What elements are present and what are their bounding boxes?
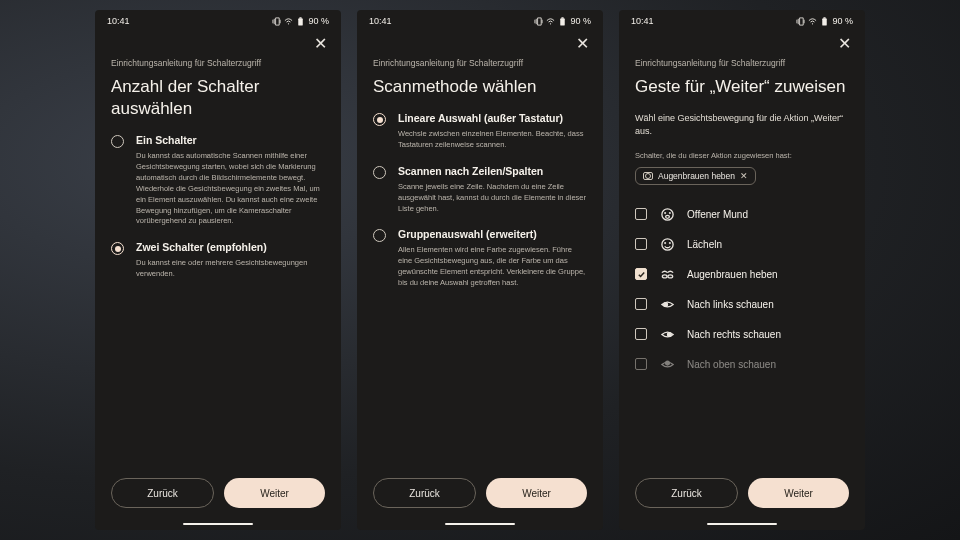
- checkbox-icon: [635, 268, 647, 280]
- eyebrows-icon: [659, 266, 675, 282]
- wizard-subheading: Einrichtungsanleitung für Schalterzugrif…: [619, 58, 865, 68]
- smile-icon: [659, 236, 675, 252]
- svg-point-19: [667, 332, 671, 336]
- battery-icon: [296, 17, 305, 26]
- svg-point-3: [550, 23, 551, 24]
- assigned-switch-chip[interactable]: Augenbrauen heben ✕: [635, 167, 756, 185]
- gesture-label: Nach links schauen: [687, 299, 774, 310]
- radio-icon: [111, 242, 124, 255]
- status-bar: 10:41 90 %: [619, 10, 865, 30]
- svg-point-12: [665, 215, 669, 218]
- chip-text: Augenbrauen heben: [658, 171, 735, 181]
- wizard-subheading: Einrichtungsanleitung für Schalterzugrif…: [357, 58, 603, 68]
- option-desc: Allen Elementen wird eine Farbe zugewies…: [398, 245, 587, 289]
- status-icons: 90 %: [534, 16, 591, 26]
- checkbox-icon: [635, 328, 647, 340]
- back-button[interactable]: Zurück: [111, 478, 214, 508]
- option-two-switches[interactable]: Zwei Schalter (empfohlen) Du kannst eine…: [111, 241, 325, 280]
- status-icons: 90 %: [796, 16, 853, 26]
- svg-point-11: [669, 213, 670, 214]
- gesture-list: Offener Mund Lächeln Augenbrauen heben N…: [619, 199, 865, 379]
- wizard-subheading: Einrichtungsanleitung für Schalterzugrif…: [95, 58, 341, 68]
- svg-point-6: [812, 23, 813, 24]
- chip-remove-icon[interactable]: ✕: [740, 171, 748, 181]
- svg-point-10: [664, 213, 665, 214]
- back-button[interactable]: Zurück: [373, 478, 476, 508]
- option-desc: Du kannst das automatische Scannen mithi…: [136, 151, 325, 227]
- status-battery: 90 %: [308, 16, 329, 26]
- options-list: Lineare Auswahl (außer Tastatur) Wechsle…: [357, 112, 603, 466]
- option-title: Lineare Auswahl (außer Tastatur): [398, 112, 587, 124]
- radio-icon: [373, 113, 386, 126]
- status-time: 10:41: [107, 16, 130, 26]
- checkbox-icon: [635, 358, 647, 370]
- phone-screen-1: 10:41 90 % ✕ Einrichtungsanleitung für S…: [95, 10, 341, 530]
- close-icon[interactable]: ✕: [838, 36, 851, 52]
- svg-point-14: [664, 243, 665, 244]
- next-button[interactable]: Weiter: [748, 478, 849, 508]
- home-indicator[interactable]: [619, 518, 865, 530]
- status-battery: 90 %: [570, 16, 591, 26]
- radio-icon: [111, 135, 124, 148]
- camera-icon: [643, 172, 653, 180]
- svg-point-16: [662, 275, 667, 278]
- close-icon[interactable]: ✕: [314, 36, 327, 52]
- vibrate-icon: [796, 17, 805, 26]
- wifi-icon: [284, 17, 293, 26]
- vibrate-icon: [534, 17, 543, 26]
- gesture-smile[interactable]: Lächeln: [635, 229, 849, 259]
- radio-icon: [373, 229, 386, 242]
- phone-screen-3: 10:41 90 % ✕ Einrichtungsanleitung für S…: [619, 10, 865, 530]
- next-button[interactable]: Weiter: [224, 478, 325, 508]
- svg-rect-4: [561, 18, 566, 25]
- gesture-look-right[interactable]: Nach rechts schauen: [635, 319, 849, 349]
- gesture-label: Lächeln: [687, 239, 722, 250]
- page-title: Anzahl der Schalter auswählen: [95, 68, 341, 134]
- close-icon[interactable]: ✕: [576, 36, 589, 52]
- svg-point-18: [663, 302, 667, 306]
- option-desc: Du kannst eine oder mehrere Gesichtsbewe…: [136, 258, 325, 280]
- svg-rect-8: [824, 17, 826, 18]
- status-bar: 10:41 90 %: [357, 10, 603, 30]
- svg-point-20: [665, 361, 669, 365]
- phone-screen-2: 10:41 90 % ✕ Einrichtungsanleitung für S…: [357, 10, 603, 530]
- option-linear[interactable]: Lineare Auswahl (außer Tastatur) Wechsle…: [373, 112, 587, 151]
- svg-point-0: [288, 23, 289, 24]
- battery-icon: [820, 17, 829, 26]
- radio-icon: [373, 166, 386, 179]
- page-title: Scanmethode wählen: [357, 68, 603, 112]
- gesture-eyebrows[interactable]: Augenbrauen heben: [635, 259, 849, 289]
- back-button[interactable]: Zurück: [635, 478, 738, 508]
- svg-point-17: [667, 275, 672, 278]
- wifi-icon: [546, 17, 555, 26]
- battery-icon: [558, 17, 567, 26]
- intro-text: Wähl eine Gesichtsbewegung für die Aktio…: [619, 112, 865, 147]
- option-title: Scannen nach Zeilen/Spalten: [398, 165, 587, 177]
- option-rowscan[interactable]: Scannen nach Zeilen/Spalten Scanne jewei…: [373, 165, 587, 215]
- status-bar: 10:41 90 %: [95, 10, 341, 30]
- gesture-look-up[interactable]: Nach oben schauen: [635, 349, 849, 379]
- checkbox-icon: [635, 238, 647, 250]
- gesture-open-mouth[interactable]: Offener Mund: [635, 199, 849, 229]
- svg-rect-5: [562, 17, 564, 18]
- svg-point-15: [669, 243, 670, 244]
- eye-icon: [659, 356, 675, 372]
- checkbox-icon: [635, 298, 647, 310]
- status-time: 10:41: [631, 16, 654, 26]
- wifi-icon: [808, 17, 817, 26]
- gesture-label: Augenbrauen heben: [687, 269, 778, 280]
- svg-rect-1: [299, 18, 304, 25]
- gesture-look-left[interactable]: Nach links schauen: [635, 289, 849, 319]
- options-list: Ein Schalter Du kannst das automatische …: [95, 134, 341, 466]
- option-title: Ein Schalter: [136, 134, 325, 146]
- home-indicator[interactable]: [357, 518, 603, 530]
- next-button[interactable]: Weiter: [486, 478, 587, 508]
- page-title: Geste für „Weiter“ zuweisen: [619, 68, 865, 112]
- home-indicator[interactable]: [95, 518, 341, 530]
- option-group[interactable]: Gruppenauswahl (erweitert) Allen Element…: [373, 228, 587, 289]
- status-icons: 90 %: [272, 16, 329, 26]
- gesture-label: Nach rechts schauen: [687, 329, 781, 340]
- option-desc: Wechsle zwischen einzelnen Elementen. Be…: [398, 129, 587, 151]
- option-one-switch[interactable]: Ein Schalter Du kannst das automatische …: [111, 134, 325, 227]
- gesture-label: Nach oben schauen: [687, 359, 776, 370]
